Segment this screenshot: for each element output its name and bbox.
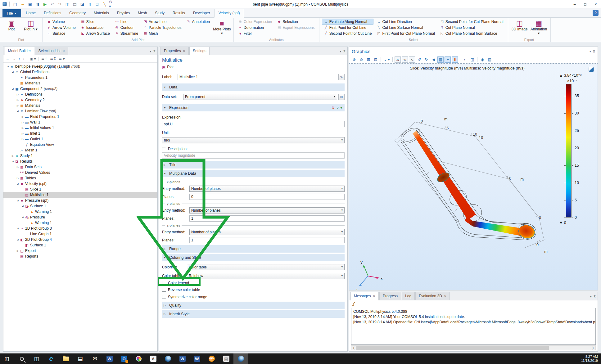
copy-icon[interactable]: ◫	[64, 1, 70, 7]
word-icon-3[interactable]: W	[190, 353, 204, 364]
tree-item-slice-1[interactable]: ▤Slice 1	[3, 186, 157, 192]
tree-item-fluid-properties-1[interactable]: ▷▬Fluid Properties 1	[3, 114, 157, 119]
tree-item-study-1[interactable]: ▷∞Study 1	[3, 153, 157, 159]
taskbar-clock[interactable]: 8:27 AM 11/13/2019	[581, 355, 601, 363]
run-icon[interactable]: ▶	[42, 1, 48, 7]
tree-item-line-graph-1[interactable]: ~Line Graph 1	[3, 231, 157, 237]
3d-image-button[interactable]: ◫3D Image	[511, 19, 529, 37]
tree-item-definitions[interactable]: ▷≡Definitions	[3, 92, 157, 97]
pin-icon[interactable]: ⊼	[343, 50, 346, 53]
cut-line-surface-normal-button[interactable]: ╲Cut Line Surface Normal	[375, 25, 436, 30]
tab-log[interactable]: Log	[402, 292, 415, 300]
tree-item-results[interactable]: ◢◪Results	[3, 159, 157, 164]
new-file-icon[interactable]: ▢	[12, 1, 18, 7]
tree-item-laminar-flow[interactable]: ◢≋Laminar Flow(spf)	[3, 108, 157, 114]
expand-icon[interactable]: ▷	[21, 127, 25, 129]
copy-image-icon[interactable]: ◫	[469, 56, 475, 63]
expand-icon[interactable]: ▷	[16, 177, 20, 180]
file-explorer-icon[interactable]	[58, 353, 73, 364]
start-button[interactable]: ⊞	[0, 353, 15, 364]
file-menu-button[interactable]: File▼	[2, 9, 21, 17]
collapse-icon[interactable]: ◢	[11, 71, 15, 73]
horizontal-scrollbar[interactable]: ❮ ❯	[351, 345, 596, 350]
more-plots-button[interactable]: ■More Plots ▾	[213, 19, 231, 37]
search-icon[interactable]: ⊙ ▾	[109, 1, 115, 7]
dataset-select[interactable]: From parent	[183, 94, 337, 100]
collapse-icon[interactable]: ◢	[21, 205, 25, 207]
planes-input-y-planes[interactable]: 1	[189, 215, 345, 222]
axis-triad-icon[interactable]: +	[445, 56, 451, 63]
close-icon[interactable]: ✕	[373, 294, 375, 298]
print-icon[interactable]: ▤	[486, 56, 493, 63]
section-expression[interactable]: ▼Expression ⇅✓ ▾	[162, 104, 345, 111]
search-button[interactable]	[15, 353, 29, 364]
tree-item-export[interactable]: ▷◫Export	[3, 248, 157, 254]
expand-all-icon[interactable]: ≣↧	[50, 57, 56, 61]
snapshot-icon[interactable]: ◉	[479, 56, 486, 63]
collapse-icon[interactable]: ◢	[16, 199, 20, 202]
mail-icon[interactable]: ✉	[88, 353, 102, 364]
collapse-icon[interactable]: ◢	[11, 160, 15, 163]
ribbon-tab-geometry[interactable]: Geometry	[65, 9, 90, 17]
section-data[interactable]: ▼Data	[162, 83, 345, 91]
view-xz-icon[interactable]: xz	[409, 56, 415, 63]
animation-button[interactable]: ▦Animation ▾	[530, 19, 548, 37]
select-box-icon[interactable]: □	[94, 1, 100, 7]
rename-icon[interactable]: ✎	[338, 74, 345, 80]
symmetrize-color-range-checkbox[interactable]	[162, 295, 166, 299]
ribbon-tab-velocity-spf-[interactable]: Velocity (spf)	[214, 9, 244, 18]
expand-icon[interactable]: ▷	[16, 99, 20, 101]
default-view-icon[interactable]: ⌄ ▾	[383, 56, 391, 63]
insert-expression-icon[interactable]: ✓ ▾	[337, 106, 342, 110]
back-icon[interactable]: ←	[6, 57, 10, 61]
open-icon[interactable]: ▰	[20, 1, 26, 7]
undo-icon[interactable]: ↶	[49, 1, 56, 7]
tab-model-builder[interactable]: Model Builder	[5, 47, 34, 55]
collapse-icon[interactable]: ◢	[16, 238, 20, 241]
tree-item-pressure[interactable]: ◢◎▲Pressure	[3, 214, 157, 220]
selection-button[interactable]: ◆Selection	[275, 19, 316, 25]
outlook-icon[interactable]: O	[117, 353, 131, 364]
evaluate-along-normal-button[interactable]: →Evaluate Along Normal	[322, 19, 374, 25]
paint-icon[interactable]	[131, 353, 146, 364]
particle-trajectories-button[interactable]: ∴Particle Trajectories	[141, 25, 183, 30]
ribbon-tab-developer[interactable]: Developer	[189, 9, 214, 17]
collapse-icon[interactable]: ◢	[16, 182, 20, 185]
tree-item-data-sets[interactable]: ▷▦Data Sets	[3, 164, 157, 170]
panel-menu-icon[interactable]: ▾	[150, 50, 151, 53]
ribbon-tab-mesh[interactable]: Mesh	[134, 9, 151, 17]
plot-in-button[interactable]: ◫Plot In ▾	[22, 19, 40, 37]
cut-plane-normal-button[interactable]: ↯Cut Plane Normal	[438, 25, 505, 30]
panel-menu-icon[interactable]: ▾	[590, 295, 592, 298]
pin-icon[interactable]: ⊼	[153, 50, 156, 53]
collapse-icon[interactable]: ◢	[16, 227, 20, 230]
cut-plane-normal-from-surface-button[interactable]: ◺Cut Plane Normal from Surface	[438, 30, 505, 36]
color-legend-icon[interactable]: ▮	[452, 56, 458, 63]
section-inherit-style[interactable]: ▷Inherit Style	[162, 310, 345, 318]
rotate-cw-icon[interactable]: ↻	[423, 56, 429, 63]
surface-button[interactable]: ▱Surface	[45, 30, 78, 36]
coloring-select[interactable]: Color table	[187, 264, 345, 270]
description-checkbox[interactable]	[162, 147, 166, 151]
unit-select[interactable]: m/s	[162, 137, 345, 143]
tree-item-multislice-1[interactable]: ▤Multislice 1	[3, 192, 157, 198]
streamline-button[interactable]: ≋Streamline	[113, 30, 140, 36]
section-quality[interactable]: ▷Quality	[162, 302, 345, 309]
comsol-icon[interactable]	[160, 353, 175, 364]
word-icon[interactable]: W	[102, 353, 117, 364]
tree-item-wall-1[interactable]: ▷▬▲Wall 1	[3, 119, 157, 125]
tree-item-tables[interactable]: ▷▦Tables	[3, 175, 157, 181]
move-down-icon[interactable]: ↓	[23, 57, 25, 61]
section-coloring-style[interactable]: ▼Coloring and Style	[162, 254, 345, 261]
scroll-right-icon[interactable]: ❯	[590, 346, 595, 349]
expand-icon[interactable]: ▷	[16, 166, 20, 169]
entry-method-select-z-planes[interactable]: Number of planes	[189, 229, 345, 235]
grid-icon[interactable]: ▦	[437, 56, 444, 63]
tree-item-bent-pipe-sweep-80gpm-1-mph[interactable]: ◢◈bent pipe sweep(80gpm) (1).mph(root)	[3, 64, 157, 69]
ribbon-tab-physics[interactable]: Physics	[113, 9, 134, 17]
mesh-plot-button[interactable]: ▦Mesh	[141, 30, 183, 36]
scrollbar-thumb[interactable]	[356, 346, 549, 350]
zoom-box-icon[interactable]: ⊞	[365, 56, 372, 63]
tree-item-parameters-1[interactable]: PᵢParameters 1	[3, 75, 157, 80]
section-range[interactable]: ▷Range	[162, 245, 345, 253]
